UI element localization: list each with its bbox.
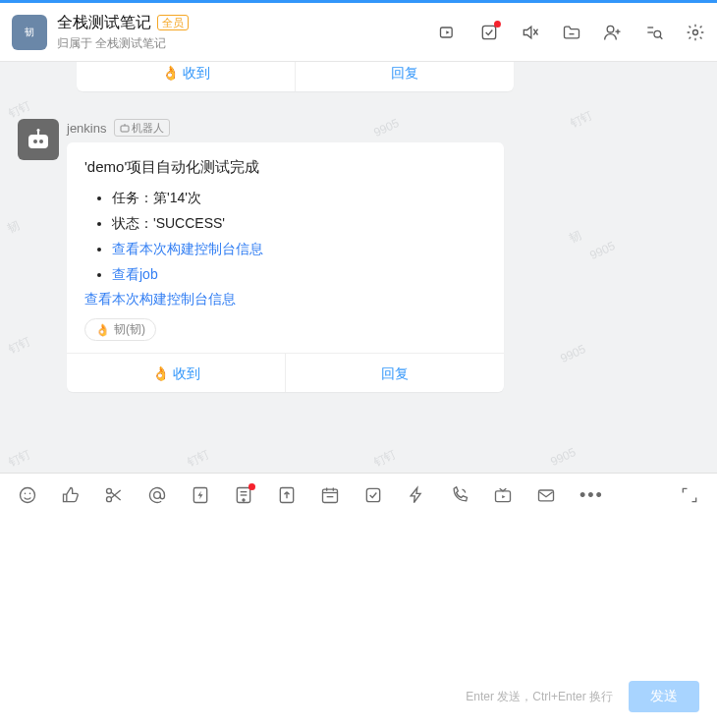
message-input[interactable]	[0, 517, 717, 684]
svg-rect-1	[482, 26, 495, 38]
reaction-chip[interactable]: 👌韧(韧)	[84, 318, 156, 341]
composer-toolbar: •••	[0, 474, 717, 517]
chat-header: 韧 全栈测试笔记 全员 归属于 全栈测试笔记	[0, 3, 717, 62]
search-icon[interactable]	[644, 23, 664, 42]
reply-button[interactable]: 回复	[296, 62, 514, 91]
sender-name: jenkins	[67, 121, 106, 136]
svg-point-22	[29, 493, 31, 495]
group-avatar: 韧	[12, 15, 47, 50]
add-user-icon[interactable]	[603, 23, 623, 42]
send-hint: Enter 发送，Ctrl+Enter 换行	[466, 689, 613, 705]
mention-icon[interactable]	[147, 485, 167, 505]
emoji-icon[interactable]	[18, 485, 37, 505]
svg-rect-42	[539, 490, 554, 501]
svg-point-17	[37, 129, 40, 132]
watermark: 钉钉	[568, 107, 596, 133]
more-icon[interactable]: •••	[579, 485, 604, 506]
watermark: 9905	[587, 239, 617, 262]
bot-tag-icon	[120, 123, 130, 133]
svg-point-21	[25, 493, 27, 495]
send-button[interactable]: 发送	[629, 681, 699, 712]
svg-point-15	[39, 140, 43, 143]
list-item: 任务：第'14'次	[112, 185, 486, 210]
all-members-badge: 全员	[157, 15, 189, 30]
svg-point-14	[33, 140, 37, 143]
svg-line-11	[660, 36, 663, 38]
ack-button[interactable]: 👌收到	[77, 62, 296, 91]
message-row: jenkins 机器人 'demo'项目自动化测试完成 任务：第'14'次 状态…	[18, 119, 504, 392]
mail-icon[interactable]	[536, 485, 556, 505]
message-card: 'demo'项目自动化测试完成 任务：第'14'次 状态：'SUCCESS' 查…	[67, 142, 504, 392]
svg-rect-0	[441, 28, 453, 37]
reply-button[interactable]: 回复	[286, 354, 504, 392]
task-icon[interactable]	[363, 485, 383, 505]
calendar-icon[interactable]	[320, 485, 340, 505]
svg-rect-18	[121, 126, 129, 132]
watermark: 钉钉	[6, 446, 34, 472]
svg-point-12	[693, 29, 698, 34]
live-icon[interactable]	[493, 485, 513, 505]
svg-point-27	[154, 492, 161, 499]
ok-hand-icon: 👌	[162, 62, 179, 92]
svg-rect-35	[323, 489, 338, 502]
mute-icon[interactable]	[521, 23, 540, 42]
svg-point-20	[21, 488, 35, 503]
previous-message-card: 👌收到 回复	[77, 62, 514, 91]
expand-icon[interactable]	[680, 485, 699, 505]
ack-button[interactable]: 👌收到	[67, 354, 286, 392]
svg-point-10	[654, 30, 661, 37]
footer-console-link[interactable]: 查看本次构建控制台信息	[84, 291, 236, 307]
svg-rect-40	[366, 488, 379, 501]
watermark: 9905	[548, 445, 578, 469]
composer: ••• Enter 发送，Ctrl+Enter 换行 发送	[0, 473, 717, 728]
robot-tag: 机器人	[114, 119, 170, 137]
watermark: 钉钉	[185, 446, 213, 472]
watermark: 9905	[558, 342, 587, 365]
watermark: 韧	[567, 227, 584, 247]
ok-hand-icon: 👌	[95, 323, 110, 337]
video-icon[interactable]	[438, 23, 458, 42]
settings-icon[interactable]	[686, 23, 705, 42]
add-note-icon[interactable]	[234, 485, 253, 505]
job-link[interactable]: 查看job	[112, 266, 158, 282]
group-subtitle: 归属于 全栈测试笔记	[57, 35, 189, 52]
flash-card-icon[interactable]	[191, 485, 210, 505]
bot-avatar	[18, 119, 59, 160]
message-title: 'demo'项目自动化测试完成	[84, 158, 486, 177]
chat-area: 钉钉 9905 韧 钉钉 韧 9905 钉钉 9905 钉钉 👌收到 回复 je…	[0, 62, 717, 473]
list-item: 查看job	[112, 261, 486, 287]
thumbs-up-icon[interactable]	[61, 485, 81, 505]
lightning-icon[interactable]	[407, 485, 426, 505]
ok-hand-icon: 👌	[152, 354, 169, 393]
list-item: 状态：'SUCCESS'	[112, 210, 486, 236]
list-item: 查看本次构建控制台信息	[112, 236, 486, 261]
todo-icon[interactable]	[479, 23, 499, 42]
svg-rect-13	[28, 135, 48, 148]
console-link[interactable]: 查看本次构建控制台信息	[112, 241, 263, 256]
scissors-icon[interactable]	[104, 485, 124, 505]
phone-icon[interactable]	[450, 485, 469, 505]
folder-icon[interactable]	[562, 23, 581, 42]
upload-icon[interactable]	[277, 485, 297, 505]
group-title: 全栈测试笔记	[57, 13, 151, 33]
watermark: 钉钉	[371, 446, 400, 472]
svg-point-5	[607, 26, 614, 32]
